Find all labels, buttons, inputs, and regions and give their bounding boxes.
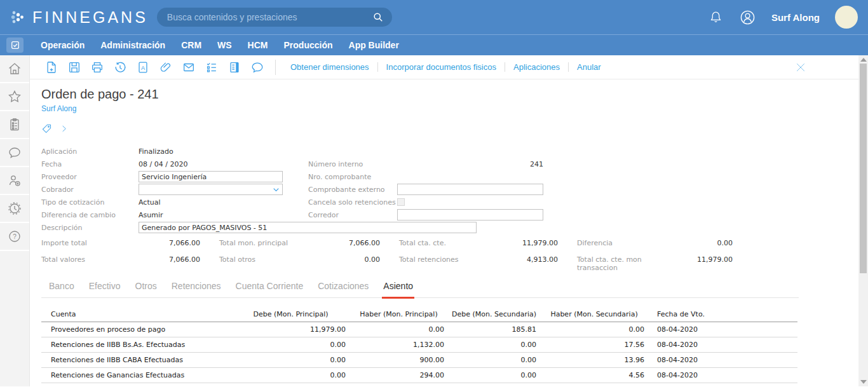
nav-item-produccion[interactable]: Producción [284,40,333,50]
total-valores: Total valores 7,066.00 [41,255,200,272]
table-row[interactable]: Retenciones de Ganancias Efectuadas 0.00… [41,368,797,383]
attach-button[interactable] [154,58,177,77]
table-row[interactable]: Retenciones de IIBB CABA Efectuadas 0.00… [41,353,797,368]
tab-cuenta-corriente[interactable]: Cuenta Corriente [234,281,305,297]
star-icon [7,89,22,104]
aplicaciones-button[interactable]: Aplicaciones [505,62,568,72]
nav-item-operacion[interactable]: Operación [41,40,85,50]
cell-haber-principal: 294.00 [349,368,448,383]
user-plus-icon [7,173,22,188]
avatar[interactable] [835,6,858,29]
sidebar-item-home[interactable] [0,55,29,83]
brand-name: FINNEGANS [32,8,148,27]
nav-item-crm[interactable]: CRM [181,40,201,50]
field-cobrador: Cobrador [41,183,308,196]
cell-haber-secundaria: 4.56 [540,368,648,383]
anular-button[interactable]: Anular [568,62,609,72]
help-icon: ? [7,229,22,244]
column-header-haber-principal: Haber (Mon. Principal) [349,308,448,322]
print-icon [90,60,104,74]
search-icon[interactable] [372,11,384,24]
tab-cotizaciones[interactable]: Cotizaciones [316,281,370,297]
total-mon-principal: Total mon. principal 7,066.00 [219,239,380,247]
sidebar-item-favorites[interactable] [0,83,29,111]
nav-item-app-builder[interactable]: App Builder [349,40,399,50]
cancela-retenciones-checkbox[interactable] [397,198,405,206]
clipboard-icon [7,117,22,132]
sidebar-item-tasks[interactable] [0,111,29,139]
comment-button[interactable] [246,58,269,77]
user-name[interactable]: Surf Along [771,12,820,23]
tab-banco[interactable]: Banco [48,281,76,297]
sidebar-item-help[interactable]: ? [0,223,29,251]
field-aplicacion: Aplicación Finalizado [41,145,308,158]
column-header-debe-principal: Debe (Mon. Principal) [232,308,349,322]
report-button[interactable] [223,58,246,77]
total-importe-total: Importe total 7,066.00 [41,239,200,247]
table-row[interactable]: Proveedores en proceso de pago 11,979.00… [41,322,797,337]
chevron-right-icon[interactable] [60,123,69,134]
field-label: Diferencia de cambio [41,211,139,219]
search-input[interactable] [167,12,372,22]
history-button[interactable] [109,58,132,77]
new-document-button[interactable] [40,58,63,77]
history-icon [113,60,127,74]
tasks-checkbox-icon[interactable] [6,37,24,53]
cell-debe-principal: 0.00 [232,353,349,368]
field-label: Cobrador [41,186,139,194]
cell-haber-principal: 0.00 [349,322,448,337]
paperclip-icon [159,60,173,74]
nav-item-hcm[interactable]: HCM [248,40,268,50]
tab-otros[interactable]: Otros [134,281,158,297]
save-button[interactable] [63,58,86,77]
tab-asiento[interactable]: Asiento [382,281,414,299]
table-header-row: Cuenta Debe (Mon. Principal) Haber (Mon.… [41,308,797,322]
total-diferencia: Diferencia 0.00 [577,239,733,247]
corredor-input[interactable] [397,209,543,221]
tab-retenciones[interactable]: Retenciones [170,281,222,297]
table-row[interactable]: Retenciones de IIBB Bs.As. Efectuadas 0.… [41,337,797,353]
global-search[interactable] [157,8,392,27]
cell-haber-principal: 1,132.00 [349,337,448,353]
profile-icon[interactable] [739,9,756,26]
close-button[interactable] [794,61,807,74]
checklist-button[interactable] [200,58,223,77]
sidebar-item-messages[interactable] [0,139,29,167]
tag-icon[interactable] [41,123,52,134]
sidebar-item-history[interactable] [0,195,29,223]
scroll-up-arrow[interactable] [860,58,867,62]
sidebar-item-add-contact[interactable] [0,167,29,195]
comprobante-externo-input[interactable] [397,184,543,195]
cell-cuenta: Proveedores en proceso de pago [41,322,232,337]
descripcion-input[interactable] [139,222,477,233]
tab-efectivo[interactable]: Efectivo [88,281,122,297]
field-value: 241 [397,160,543,168]
print-button[interactable] [86,58,109,77]
incorporar-documentos-button[interactable]: Incorporar documentos fisicos [377,62,505,72]
field-tipo-cotizacion: Tipo de cotización Actual [41,196,308,208]
field-label: Aplicación [41,147,139,156]
mail-icon [182,60,196,74]
obtener-dimensiones-button[interactable]: Obtener dimensiones [282,62,377,72]
cell-debe-principal: 0.00 [232,368,349,383]
font-document-button[interactable]: A [132,58,154,77]
cobrador-select[interactable] [139,184,283,195]
vertical-scrollbar[interactable] [858,55,868,386]
owner-link[interactable]: Surf Along [41,104,76,113]
scrollbar-thumb[interactable] [860,64,867,273]
clock-icon [7,201,22,216]
scroll-down-arrow[interactable] [860,380,867,384]
cell-debe-principal: 11,979.00 [232,322,349,337]
nav-item-ws[interactable]: WS [217,40,232,50]
nav-item-administracion[interactable]: Administración [100,40,165,50]
mail-button[interactable] [177,58,200,77]
toolbar-separator [275,60,276,75]
notifications-bell-icon[interactable] [708,10,724,25]
save-icon [67,60,81,74]
proveedor-input[interactable] [139,171,283,182]
cell-debe-secundaria: 0.00 [448,353,540,368]
chat-bubble-icon [7,145,22,160]
field-label: Cancela solo retenciones [308,198,397,207]
finnegans-logo[interactable]: FINNEGANS [10,8,148,27]
total-label: Importe total [41,239,112,247]
